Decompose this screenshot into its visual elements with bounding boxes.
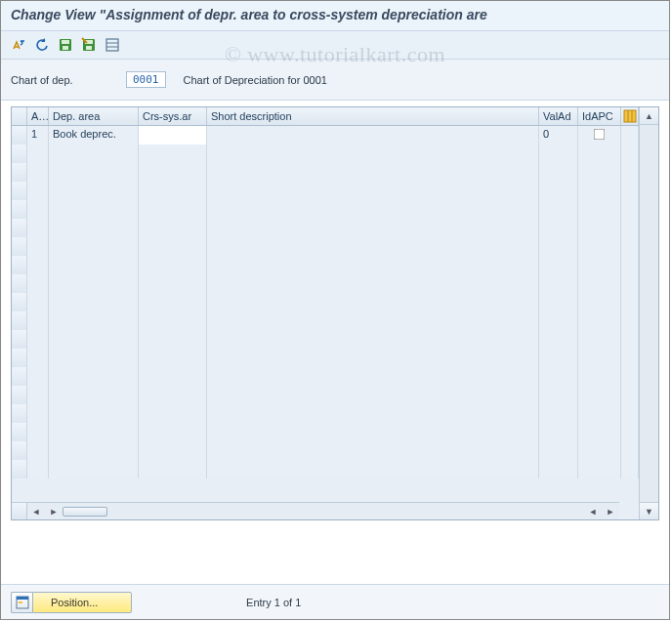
col-deparea[interactable]: Dep. area — [49, 107, 139, 125]
cell-short — [207, 386, 539, 404]
row-selector[interactable] — [12, 423, 27, 441]
select-all-icon[interactable] — [103, 35, 122, 55]
row-selector[interactable] — [12, 404, 27, 423]
cell-ar — [27, 182, 49, 200]
cell-crssys — [139, 256, 207, 274]
row-selector[interactable] — [12, 126, 27, 145]
cell-deparea — [49, 311, 139, 330]
table-row[interactable] — [12, 349, 639, 367]
row-selector[interactable] — [12, 219, 27, 237]
cell-crssys — [139, 367, 207, 386]
table-row[interactable] — [12, 200, 639, 219]
row-selector[interactable] — [12, 349, 27, 367]
save-variant-icon[interactable] — [79, 35, 99, 55]
col-select[interactable] — [12, 107, 27, 125]
other-view-icon[interactable] — [9, 35, 28, 55]
hscroll-thumb[interactable] — [63, 507, 107, 517]
row-selector[interactable] — [12, 386, 27, 404]
table-row[interactable] — [12, 404, 639, 423]
col-ar[interactable]: Ar. — [27, 107, 49, 125]
row-selector[interactable] — [12, 441, 27, 460]
undo-icon[interactable] — [32, 35, 52, 55]
table-row[interactable] — [12, 274, 639, 293]
table-row[interactable] — [12, 145, 639, 163]
vscroll-down-icon[interactable]: ▼ — [640, 502, 658, 519]
table-row[interactable] — [12, 182, 639, 200]
row-selector[interactable] — [12, 256, 27, 274]
table-row[interactable] — [12, 219, 639, 237]
col-crssys[interactable]: Crs-sys.ar — [139, 107, 207, 125]
hscroll-right2-icon[interactable]: ► — [604, 505, 617, 518]
cell-ar — [27, 256, 49, 274]
row-selector[interactable] — [12, 274, 27, 293]
row-selector[interactable] — [12, 330, 27, 349]
table-row[interactable] — [12, 237, 639, 256]
row-selector[interactable] — [12, 460, 27, 478]
cell-deparea — [49, 441, 139, 460]
cell-idapc — [578, 293, 621, 311]
cell-deparea — [49, 145, 139, 163]
cell-idapc — [578, 330, 621, 349]
cell-ar — [27, 145, 49, 163]
row-selector[interactable] — [12, 237, 27, 256]
cell-ar — [27, 441, 49, 460]
table-row[interactable] — [12, 441, 639, 460]
cell-deparea — [49, 349, 139, 367]
cell-valad — [539, 441, 578, 460]
table-row[interactable] — [12, 423, 639, 441]
vertical-scrollbar[interactable]: ▲ ▼ — [639, 107, 658, 519]
entry-counter: Entry 1 of 1 — [151, 597, 396, 608]
row-selector[interactable] — [12, 145, 27, 163]
cell-deparea — [49, 367, 139, 386]
table-row[interactable] — [12, 460, 639, 478]
idapc-checkbox[interactable] — [594, 129, 606, 141]
position-icon[interactable] — [11, 592, 32, 613]
cell-idapc — [578, 423, 621, 441]
cell-short — [207, 182, 539, 200]
cell-deparea — [49, 423, 139, 441]
cell-deparea — [49, 200, 139, 219]
chart-of-dep-value[interactable]: 0001 — [126, 71, 166, 88]
table-row[interactable] — [12, 256, 639, 274]
cell-idapc — [578, 386, 621, 404]
table-row[interactable]: 1 Book deprec. 0 — [12, 126, 639, 145]
vscroll-up-icon[interactable]: ▲ — [640, 107, 658, 125]
table-row[interactable] — [12, 311, 639, 330]
row-selector[interactable] — [12, 182, 27, 200]
table-row[interactable] — [12, 163, 639, 182]
cell-ar — [27, 311, 49, 330]
hscroll-left2-icon[interactable]: ◄ — [586, 505, 600, 518]
row-selector[interactable] — [12, 200, 27, 219]
cell-cfg — [621, 274, 639, 293]
cell-ar — [27, 460, 49, 478]
row-selector[interactable] — [12, 367, 27, 386]
col-valad[interactable]: ValAd — [539, 107, 578, 125]
cell-valad — [539, 367, 578, 386]
horizontal-scrollbar[interactable]: ◄ ► ◄ ► — [12, 502, 619, 519]
cell-cfg — [621, 293, 639, 311]
col-short[interactable]: Short description — [207, 107, 539, 125]
col-idapc[interactable]: IdAPC — [578, 107, 621, 125]
cell-deparea — [49, 163, 139, 182]
save-icon[interactable] — [56, 35, 75, 55]
hscroll-left-icon[interactable]: ◄ — [29, 505, 43, 518]
cell-deparea — [49, 274, 139, 293]
row-selector[interactable] — [12, 293, 27, 311]
table-row[interactable] — [12, 367, 639, 386]
cell-ar — [27, 237, 49, 256]
row-selector[interactable] — [12, 311, 27, 330]
position-button[interactable]: Position... — [32, 592, 132, 613]
table-row[interactable] — [12, 386, 639, 404]
configure-columns-icon[interactable] — [621, 107, 639, 125]
cell-short — [207, 256, 539, 274]
row-selector[interactable] — [12, 163, 27, 182]
cell-crssys — [139, 441, 207, 460]
cell-crssys[interactable] — [139, 126, 207, 145]
hscroll-right-icon[interactable]: ► — [47, 505, 61, 518]
cell-cfg — [621, 237, 639, 256]
table-row[interactable] — [12, 293, 639, 311]
table-row[interactable] — [12, 330, 639, 349]
cell-idapc[interactable] — [578, 126, 621, 145]
cell-crssys — [139, 311, 207, 330]
cell-deparea — [49, 237, 139, 256]
